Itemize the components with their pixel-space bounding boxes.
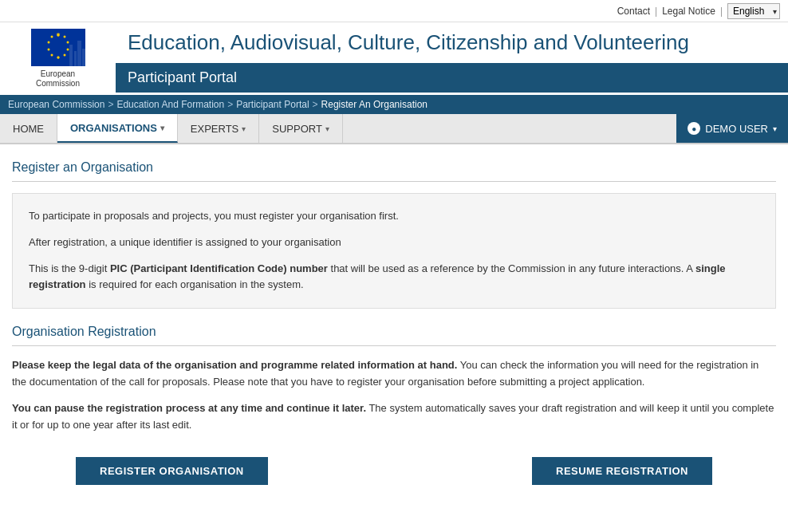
portal-name: Participant Portal — [128, 69, 237, 85]
language-selector-wrapper[interactable]: English — [727, 3, 780, 19]
header-title-bar: Education, Audiovisual, Culture, Citizen… — [116, 22, 788, 63]
nav-organisations-label: ORGANISATIONS — [70, 122, 157, 134]
top-bar: Contact | Legal Notice | English — [0, 0, 788, 22]
register-organisation-button[interactable]: REGISTER ORGANISATION — [76, 457, 268, 485]
nav-support-label: SUPPORT — [272, 123, 322, 135]
reg-desc-1: Please keep the legal data of the organi… — [12, 357, 776, 391]
language-select[interactable]: English — [727, 3, 780, 19]
svg-rect-15 — [74, 51, 77, 66]
logo-area: European Commission — [0, 22, 116, 95]
nav-experts[interactable]: EXPERTS ▾ — [178, 114, 259, 143]
svg-point-8 — [50, 54, 53, 57]
nav-bar: HOME ORGANISATIONS ▾ EXPERTS ▾ SUPPORT ▾… — [0, 114, 788, 144]
svg-point-3 — [63, 36, 65, 38]
separator-2: | — [720, 6, 723, 17]
reg-desc-1-bold: Please keep the legal data of the organi… — [12, 359, 457, 371]
reg-desc-2-bold: You can pause the registration process a… — [12, 402, 366, 414]
info-box: To participate in proposals and projects… — [12, 193, 776, 309]
eu-flag-icon — [31, 29, 85, 66]
svg-point-13 — [57, 57, 59, 59]
breadcrumb-sep-2: > — [227, 99, 233, 110]
ec-logo: European Commission — [31, 29, 85, 89]
breadcrumb-item-2[interactable]: Education And Formation — [116, 99, 224, 110]
nav-experts-label: EXPERTS — [191, 123, 238, 135]
svg-rect-17 — [82, 49, 85, 66]
nav-organisations[interactable]: ORGANISATIONS ▾ — [57, 114, 178, 143]
org-registration-section: Organisation Registration Please keep th… — [12, 325, 776, 433]
nav-experts-arrow: ▾ — [242, 124, 246, 133]
nav-support-arrow: ▾ — [325, 124, 329, 133]
info-paragraph-3: This is the 9-digit PIC (Participant Ide… — [29, 261, 759, 294]
breadcrumb-sep-1: > — [108, 99, 113, 110]
user-menu-button[interactable]: ● DEMO USER ▾ — [676, 114, 788, 143]
svg-point-6 — [63, 54, 65, 57]
site-title: Education, Audiovisual, Culture, Citizen… — [128, 30, 689, 55]
user-arrow: ▾ — [773, 124, 777, 133]
pic-bold: PIC (Participant Identification Code) nu… — [110, 262, 328, 274]
contact-link[interactable]: Contact — [617, 6, 650, 17]
svg-rect-14 — [69, 45, 73, 66]
nav-support[interactable]: SUPPORT ▾ — [259, 114, 343, 143]
main-content: Register an Organisation To participate … — [0, 144, 788, 501]
register-org-title: Register an Organisation — [12, 160, 776, 182]
reg-desc-2: You can pause the registration process a… — [12, 400, 776, 434]
header-right: Education, Audiovisual, Culture, Citizen… — [116, 22, 788, 95]
resume-registration-button[interactable]: RESUME REGISTRATION — [532, 457, 712, 485]
nav-organisations-arrow: ▾ — [160, 124, 164, 132]
nav-home-label: HOME — [13, 123, 44, 135]
action-buttons-row: REGISTER ORGANISATION RESUME REGISTRATIO… — [12, 457, 776, 485]
info-paragraph-2: After registration, a unique identifier … — [29, 234, 759, 251]
svg-point-12 — [57, 34, 59, 37]
legal-notice-link[interactable]: Legal Notice — [662, 6, 715, 17]
breadcrumb-sep-3: > — [313, 99, 318, 110]
user-label: DEMO USER — [705, 123, 768, 135]
ec-logo-text: European Commission — [36, 69, 80, 89]
org-reg-title: Organisation Registration — [12, 325, 776, 346]
user-icon: ● — [688, 122, 700, 135]
svg-point-5 — [66, 49, 69, 51]
breadcrumb: European Commission > Education And Form… — [0, 95, 788, 114]
breadcrumb-item-3[interactable]: Participant Portal — [236, 99, 309, 110]
separator-1: | — [655, 6, 657, 17]
breadcrumb-current: Register An Organisation — [321, 99, 427, 110]
info-paragraph-1: To participate in proposals and projects… — [29, 208, 759, 225]
svg-point-10 — [47, 41, 49, 44]
svg-point-4 — [66, 41, 69, 44]
site-header: European Commission Education, Audiovisu… — [0, 22, 788, 95]
breadcrumb-item-1[interactable]: European Commission — [8, 99, 104, 110]
nav-home[interactable]: HOME — [0, 114, 57, 143]
svg-point-9 — [47, 49, 49, 51]
portal-name-bar: Participant Portal — [116, 63, 788, 93]
svg-point-11 — [50, 36, 53, 38]
svg-rect-16 — [77, 41, 81, 66]
